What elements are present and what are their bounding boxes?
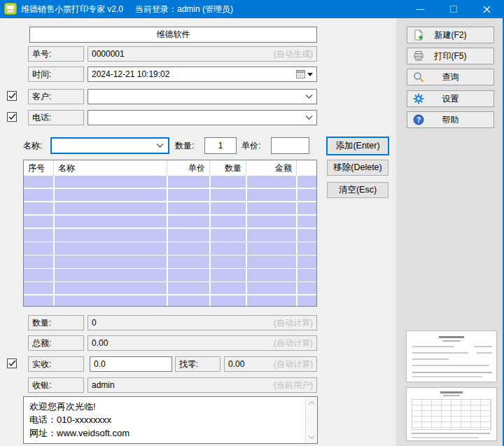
printer-icon xyxy=(413,50,424,62)
new-document-icon xyxy=(413,29,424,41)
store-name-input[interactable] xyxy=(29,27,317,43)
login-status: 当前登录：admin (管理员) xyxy=(135,0,233,18)
table-header-cell-qty: 数量 xyxy=(210,160,246,176)
side-button-label: 打印(F5) xyxy=(435,50,467,62)
close-icon xyxy=(483,6,491,13)
side-button-label: 设置 xyxy=(442,93,459,105)
table-header-cell-index: 序号 xyxy=(24,160,54,176)
customer-label: 客户: xyxy=(28,89,84,104)
close-button[interactable] xyxy=(470,0,504,18)
new-button[interactable]: 新建(F2) xyxy=(407,27,494,43)
current-user-hint: (当前用户) xyxy=(274,379,313,391)
received-label: 实收: xyxy=(28,356,84,372)
query-button[interactable]: 查询 xyxy=(407,69,494,85)
checkmark-icon xyxy=(8,360,16,367)
items-table: 序号 名称 单价 数量 金额 xyxy=(23,160,317,307)
table-header: 序号 名称 单价 数量 金额 xyxy=(24,160,316,176)
sidebar-panel: 新建(F2) 打印(F5) 查询 xyxy=(396,18,503,446)
help-button[interactable]: ? 帮助 xyxy=(407,111,494,128)
table-header-cell-price: 单价 xyxy=(167,160,210,176)
minimize-icon xyxy=(416,6,424,13)
welcome-textbox[interactable]: 欢迎您再次光临! 电话：010-xxxxxxxx 网址：www.veidsoft… xyxy=(23,396,318,444)
maximize-icon xyxy=(450,6,457,13)
scrollbar-down-button[interactable] xyxy=(306,432,318,442)
svg-text:?: ? xyxy=(416,116,421,124)
phone-combobox[interactable] xyxy=(88,110,317,125)
phone-checkbox[interactable] xyxy=(7,112,17,122)
chevron-down-icon xyxy=(307,73,313,76)
order-number-label: 单号: xyxy=(28,46,84,62)
remove-button[interactable]: 移除(Delete) xyxy=(327,160,388,176)
checkmark-icon xyxy=(8,113,16,120)
cashier-field: admin(当前用户) xyxy=(88,377,317,393)
settings-button[interactable]: 设置 xyxy=(407,90,494,107)
time-label: 时间: xyxy=(28,67,84,82)
table-header-cell-extra xyxy=(297,160,316,176)
chevron-down-icon xyxy=(305,116,313,120)
receipt-preview-2[interactable] xyxy=(406,387,497,441)
table-header-cell-name: 名称 xyxy=(54,160,167,176)
chevron-down-icon xyxy=(309,435,315,439)
total-quantity-label: 数量: xyxy=(28,315,84,330)
time-field[interactable]: 2024-12-21 10:19:02 xyxy=(88,67,317,82)
product-name-combobox[interactable] xyxy=(50,137,169,154)
minimize-button[interactable] xyxy=(404,0,437,18)
unit-price-label: 单价: xyxy=(241,137,260,154)
received-input[interactable] xyxy=(90,356,172,372)
help-icon: ? xyxy=(413,114,424,125)
scrollbar[interactable] xyxy=(305,397,317,443)
checkmark-icon xyxy=(8,92,16,99)
side-button-label: 新建(F2) xyxy=(435,29,467,41)
customer-checkbox[interactable] xyxy=(7,91,17,101)
auto-calc-hint: (自动计算) xyxy=(274,317,313,329)
app-window: 维德销售小票打印专家 v2.0 当前登录：admin (管理员) 单号: 000… xyxy=(0,0,504,446)
chevron-up-icon xyxy=(309,401,315,405)
unit-price-input[interactable] xyxy=(271,137,309,154)
auto-generate-hint: (自动生成) xyxy=(274,48,313,60)
quantity-label: 数量: xyxy=(175,137,194,154)
auto-calc-hint: (自动计算) xyxy=(274,358,313,370)
gear-icon xyxy=(413,93,424,104)
clear-button[interactable]: 清空(Esc) xyxy=(327,182,388,198)
quantity-input[interactable] xyxy=(204,137,237,154)
phone-label: 电话: xyxy=(28,110,84,125)
cashier-label: 收银: xyxy=(28,377,84,393)
change-label: 找零: xyxy=(175,356,220,372)
received-checkbox[interactable] xyxy=(7,358,17,368)
total-quantity-field: 0(自动计算) xyxy=(88,315,317,330)
customer-combobox[interactable] xyxy=(88,89,317,104)
scrollbar-up-button[interactable] xyxy=(306,398,318,408)
chevron-down-icon xyxy=(305,95,313,99)
total-amount-label: 总额: xyxy=(28,335,84,351)
total-amount-field: 0.00(自动计算) xyxy=(88,335,317,351)
order-number-field: 0000001(自动生成) xyxy=(88,46,317,62)
search-icon xyxy=(413,71,424,83)
auto-calc-hint: (自动计算) xyxy=(274,337,313,349)
items-table-body[interactable] xyxy=(24,176,316,306)
welcome-text: 欢迎您再次光临! 电话：010-xxxxxxxx 网址：www.veidsoft… xyxy=(29,400,302,440)
chevron-down-icon xyxy=(156,144,164,148)
window-title: 维德销售小票打印专家 v2.0 xyxy=(21,0,123,18)
side-button-label: 帮助 xyxy=(442,114,459,126)
titlebar: 维德销售小票打印专家 v2.0 当前登录：admin (管理员) xyxy=(0,0,504,18)
table-header-cell-amount: 金额 xyxy=(246,160,297,176)
calendar-icon xyxy=(296,70,305,78)
maximize-button[interactable] xyxy=(437,0,470,18)
date-picker-button[interactable] xyxy=(296,70,313,78)
side-button-label: 查询 xyxy=(442,71,459,83)
add-button[interactable]: 添加(Enter) xyxy=(326,137,389,155)
app-icon[interactable] xyxy=(4,3,17,15)
receipt-preview-1[interactable] xyxy=(406,330,497,382)
print-button[interactable]: 打印(F5) xyxy=(407,48,494,64)
change-field: 0.00(自动计算) xyxy=(224,356,317,372)
name-label: 名称: xyxy=(23,137,42,154)
